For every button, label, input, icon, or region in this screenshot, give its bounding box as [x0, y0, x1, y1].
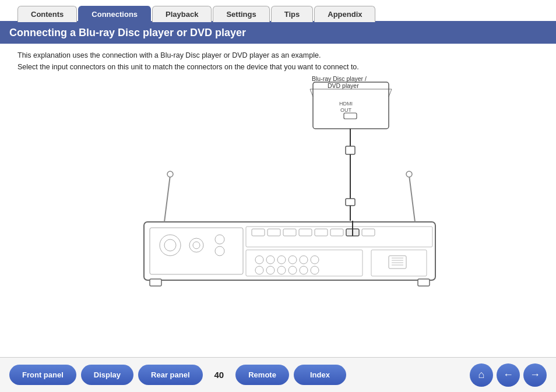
- front-panel-button[interactable]: Front panel: [9, 365, 76, 385]
- svg-rect-10: [346, 146, 355, 154]
- svg-point-20: [406, 171, 412, 177]
- forward-button[interactable]: →: [523, 363, 547, 387]
- connection-diagram: HDMI OUT Blu-ray Disc player / DVD playe…: [16, 76, 540, 292]
- remote-button[interactable]: Remote: [235, 365, 289, 385]
- tab-tips[interactable]: Tips: [271, 6, 314, 22]
- svg-rect-14: [144, 222, 435, 280]
- svg-line-19: [409, 175, 415, 222]
- svg-text:Blu-ray Disc player /: Blu-ray Disc player /: [312, 76, 367, 82]
- tab-connections[interactable]: Connections: [78, 6, 151, 22]
- index-button[interactable]: Index: [294, 365, 346, 385]
- bottom-nav-right: ⌂ ← →: [470, 363, 547, 387]
- svg-text:HDMI: HDMI: [339, 101, 353, 107]
- svg-point-18: [167, 171, 173, 177]
- diagram-area: HDMI OUT Blu-ray Disc player / DVD playe…: [0, 76, 556, 303]
- section-title: Connecting a Blu-ray Disc player or DVD …: [0, 22, 556, 44]
- tab-playback[interactable]: Playback: [152, 6, 212, 22]
- home-button[interactable]: ⌂: [470, 363, 493, 387]
- display-button[interactable]: Display: [81, 365, 133, 385]
- description-line2: Select the input connectors on this unit…: [17, 61, 539, 73]
- home-icon: ⌂: [478, 369, 485, 381]
- description-line1: This explanation uses the connection wit…: [17, 50, 539, 61]
- bottom-navigation: Front panel Display Rear panel 40 Remote…: [0, 357, 556, 392]
- svg-rect-15: [150, 279, 161, 286]
- svg-line-17: [164, 175, 170, 222]
- back-icon: ←: [503, 369, 513, 381]
- forward-icon: →: [530, 369, 540, 381]
- svg-rect-12: [346, 199, 355, 206]
- tab-settings[interactable]: Settings: [213, 6, 269, 22]
- page-number: 40: [214, 370, 224, 380]
- nav-tabs: Contents Connections Playback Settings T…: [0, 0, 556, 22]
- rear-panel-button[interactable]: Rear panel: [138, 365, 202, 385]
- bottom-nav-left: Front panel Display Rear panel 40 Remote…: [9, 365, 346, 385]
- tab-appendix[interactable]: Appendix: [314, 6, 375, 22]
- svg-text:DVD player: DVD player: [328, 82, 359, 89]
- svg-rect-16: [418, 279, 430, 286]
- svg-text:OUT: OUT: [340, 107, 352, 113]
- back-button[interactable]: ←: [497, 363, 520, 387]
- tab-contents[interactable]: Contents: [17, 6, 77, 22]
- description-block: This explanation uses the connection wit…: [0, 44, 556, 76]
